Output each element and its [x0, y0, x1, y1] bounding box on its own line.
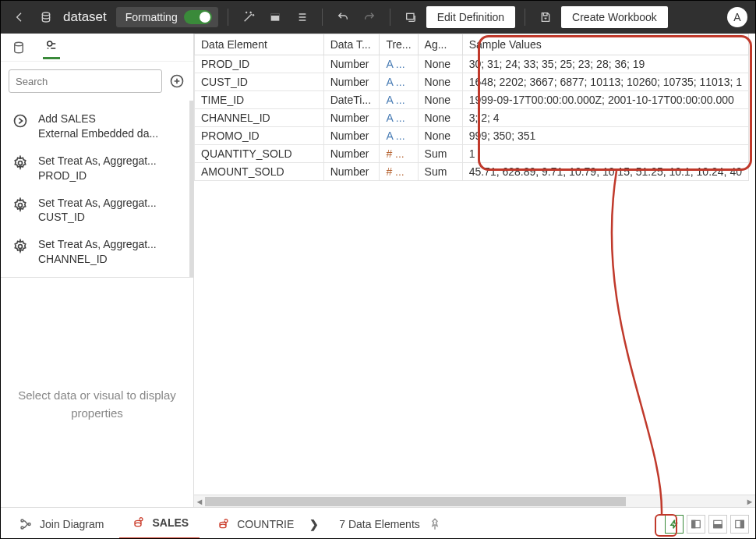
svg-point-8 [19, 203, 23, 207]
step-title: Set Treat As, Aggregat... [38, 237, 157, 252]
cell-element: CUST_ID [195, 73, 324, 91]
dataset-icon [35, 6, 57, 28]
redo-button[interactable] [359, 6, 380, 28]
list-view-icon[interactable] [291, 6, 313, 28]
cell-element: PROMO_ID [195, 127, 324, 145]
cell-sample: 45.71; 628.89; 9.71; 10.79; 10.15; 51.25… [462, 163, 748, 181]
cell-treatas: A ... [380, 109, 418, 127]
svg-point-4 [15, 42, 23, 46]
left-panel-tabs [1, 34, 193, 62]
create-workbook-button[interactable]: Create Workbook [561, 6, 668, 28]
svg-point-6 [15, 115, 26, 127]
table-row[interactable]: PROMO_IDNumberA ...None999; 350; 351 [195, 127, 749, 145]
svg-point-12 [28, 523, 30, 525]
cell-element: QUANTITY_SOLD [195, 145, 324, 163]
step-title: Set Treat As, Aggregat... [38, 154, 157, 168]
quality-insights-button[interactable] [665, 515, 684, 534]
edit-definition-button[interactable]: Edit Definition [426, 6, 515, 28]
footer-tabs: Join Diagram SALES COUNTRIE ❯ 7 Data Ele… [1, 507, 755, 539]
table-row[interactable]: CUST_IDNumberA ...None1648; 2202; 3667; … [195, 73, 749, 91]
step-subtitle: CHANNEL_ID [38, 252, 157, 267]
cell-treatas: A ... [380, 55, 418, 73]
cell-sample: 3; 2; 4 [462, 109, 748, 127]
cell-agg: None [418, 73, 462, 91]
app-header: dataset Formatting Edit Definition Creat… [1, 1, 755, 34]
table-row[interactable]: PROD_IDNumberA ...None30; 31; 24; 33; 35… [195, 55, 749, 73]
save-menu-button[interactable] [535, 6, 556, 28]
cell-datatype: DateTi... [323, 91, 380, 109]
column-header[interactable]: Sample Values [462, 34, 748, 55]
arrow-circle-icon [12, 112, 29, 141]
table-row[interactable]: TIME_IDDateTi...A ...None1999-09-17T00:0… [195, 91, 749, 109]
svg-rect-18 [740, 520, 744, 527]
cell-treatas: # ... [380, 145, 418, 163]
cell-sample: 1999-09-17T00:00:00.000Z; 2001-10-17T00:… [462, 91, 748, 109]
cell-sample: 1 [462, 145, 748, 163]
gear-icon [12, 237, 29, 267]
prep-step[interactable]: Set Treat As, Aggregat...CHANNEL_ID [1, 231, 189, 273]
cell-agg: None [418, 55, 462, 73]
column-header[interactable]: Ag... [418, 34, 462, 55]
element-count-label: 7 Data Elements [339, 518, 420, 530]
table-row[interactable]: AMOUNT_SOLDNumber# ...Sum45.71; 628.89; … [195, 163, 749, 181]
left-panel: Add SALESExternal Embedded da...Set Trea… [1, 34, 194, 507]
join-diagram-label: Join Diagram [40, 518, 104, 530]
pin-icon[interactable] [428, 517, 442, 531]
cell-element: TIME_ID [195, 91, 324, 109]
svg-point-7 [19, 161, 23, 165]
formatting-toggle[interactable] [184, 10, 212, 24]
wand-icon[interactable] [238, 6, 260, 28]
data-grid-panel: Data ElementData T...Tre...Ag...Sample V… [194, 34, 755, 507]
cell-agg: None [418, 109, 462, 127]
cell-datatype: Number [323, 163, 380, 181]
prep-step[interactable]: Set Treat As, Aggregat...PROD_ID [1, 147, 189, 190]
tab-countries[interactable]: COUNTRIE [204, 508, 305, 539]
layout-right-button[interactable] [730, 515, 749, 534]
data-tab-icon[interactable] [10, 36, 27, 59]
data-elements-table: Data ElementData T...Tre...Ag...Sample V… [194, 34, 749, 181]
cell-agg: None [418, 127, 462, 145]
formatting-control: Formatting [116, 7, 218, 27]
svg-point-11 [21, 527, 23, 529]
user-avatar[interactable]: A [727, 7, 747, 27]
svg-rect-14 [692, 520, 695, 527]
horizontal-scrollbar[interactable]: ◄► [194, 495, 755, 507]
tab-sales[interactable]: SALES [119, 508, 200, 539]
add-step-button[interactable] [168, 73, 185, 90]
prep-steps-list: Add SALESExternal Embedded da...Set Trea… [1, 101, 193, 277]
cell-datatype: Number [323, 73, 380, 91]
svg-point-10 [21, 519, 23, 522]
cell-sample: 30; 31; 24; 33; 35; 25; 23; 28; 36; 19 [462, 55, 748, 73]
layout-left-button[interactable] [687, 515, 705, 534]
undo-button[interactable] [332, 6, 354, 28]
join-diagram-tab[interactable]: Join Diagram [7, 508, 115, 539]
step-title: Set Treat As, Aggregat... [38, 196, 157, 211]
table-row[interactable]: CHANNEL_IDNumberA ...None3; 2; 4 [195, 109, 749, 127]
cell-treatas: A ... [380, 91, 418, 109]
table-row[interactable]: QUANTITY_SOLDNumber# ...Sum1 [195, 145, 749, 163]
step-subtitle: External Embedded da... [38, 126, 158, 141]
search-input[interactable] [9, 69, 162, 93]
column-header[interactable]: Data Element [195, 34, 324, 55]
cell-treatas: A ... [380, 127, 418, 145]
back-button[interactable] [9, 6, 30, 28]
prep-step[interactable]: Add SALESExternal Embedded da... [1, 105, 189, 147]
layout-bottom-button[interactable] [708, 515, 727, 534]
column-header[interactable]: Data T... [323, 34, 380, 55]
cell-sample: 999; 350; 351 [462, 127, 748, 145]
cell-treatas: # ... [380, 163, 418, 181]
svg-point-0 [42, 12, 49, 16]
tab-countries-label: COUNTRIE [237, 518, 294, 530]
cell-agg: Sum [418, 145, 462, 163]
step-subtitle: PROD_ID [38, 168, 157, 183]
prep-step[interactable]: Set Treat As, Aggregat...CUST_ID [1, 190, 189, 232]
divider [322, 9, 323, 26]
svg-rect-16 [714, 524, 722, 527]
preview-icon[interactable] [400, 6, 422, 28]
steps-tab-icon[interactable] [43, 36, 60, 59]
cell-sample: 1648; 2202; 3667; 6877; 10113; 10260; 10… [462, 73, 748, 91]
cell-element: PROD_ID [195, 55, 324, 73]
column-header[interactable]: Tre... [380, 34, 418, 55]
table-view-icon[interactable] [264, 6, 286, 28]
next-tab-chevron-icon[interactable]: ❯ [309, 518, 319, 530]
